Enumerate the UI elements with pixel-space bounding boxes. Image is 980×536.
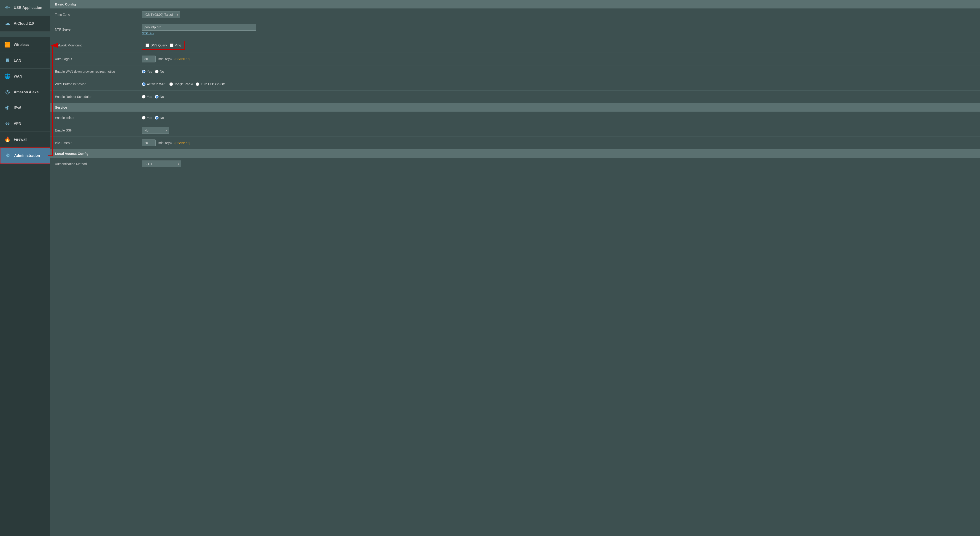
radio-wps-button-1[interactable] (169, 82, 173, 86)
checkbox-text-network-monitoring-0: DNS Query (151, 43, 167, 47)
checkbox-network-monitoring-0[interactable] (146, 43, 149, 47)
checkbox-text-network-monitoring-1: Ping (175, 43, 181, 47)
number-input-auto-logout[interactable] (142, 56, 156, 62)
config-label-auto-logout: Auto Logout (50, 54, 137, 63)
config-row-network-monitoring: Network MonitoringDNS QueryPing (50, 38, 980, 53)
radio-text-wps-button-2: Turn LED On/Off (200, 82, 224, 86)
sidebar-item-label-lan: LAN (14, 59, 21, 63)
config-label-wan-down-redirect: Enable WAN down browser redirect notice (50, 67, 137, 76)
config-value-wan-down-redirect: YesNo (137, 67, 980, 76)
section-header-local-access-config: Local Access Config (50, 149, 980, 158)
radio-wan-down-redirect-1[interactable] (155, 70, 159, 73)
radio-label-wps-button-0[interactable]: Activate WPS (142, 82, 167, 86)
sidebar-item-label-amazon-alexa: Amazon Alexa (14, 90, 39, 94)
suffix-idle-timeout: minute(s) (158, 141, 172, 145)
sidebar-item-ipv6[interactable]: ⑥ IPv6 (0, 100, 50, 116)
checkbox-label-network-monitoring-1[interactable]: Ping (170, 43, 181, 47)
config-value-authentication-method: BOTHUsername/PasswordCertificate (137, 158, 980, 170)
sidebar-item-label-firewall: Firewall (14, 138, 27, 141)
section-header-service: Service (50, 103, 980, 112)
radio-label-wps-button-2[interactable]: Turn LED On/Off (196, 82, 224, 86)
hint-idle-timeout: (Disable : 0) (174, 141, 190, 145)
select-wrapper-enable-ssh: NoYes (142, 127, 169, 134)
config-row-wan-down-redirect: Enable WAN down browser redirect noticeY… (50, 65, 980, 78)
radio-reboot-scheduler-0[interactable] (142, 95, 146, 98)
checkbox-label-network-monitoring-0[interactable]: DNS Query (146, 43, 167, 47)
radio-wps-button-0[interactable] (142, 82, 146, 86)
config-value-network-monitoring: DNS QueryPing (137, 38, 980, 52)
advanced-settings-header (0, 32, 50, 37)
radio-text-wan-down-redirect-0: Yes (147, 70, 152, 73)
radio-text-wps-button-1: Toggle Radio (174, 82, 193, 86)
administration-icon: ⚙ (4, 152, 11, 159)
config-row-reboot-scheduler: Enable Reboot SchedulerYesNo (50, 90, 980, 103)
sidebar-item-amazon-alexa[interactable]: ◎ Amazon Alexa (0, 84, 50, 100)
radio-label-reboot-scheduler-1[interactable]: No (155, 95, 164, 98)
sidebar-item-label-wan: WAN (14, 74, 22, 78)
radio-text-reboot-scheduler-1: No (160, 95, 164, 98)
number-input-idle-timeout[interactable] (142, 140, 156, 146)
config-label-network-monitoring: Network Monitoring (50, 41, 137, 50)
section-header-basic-config: Basic Config (50, 0, 980, 8)
sidebar-item-lan[interactable]: 🖥 LAN (0, 53, 50, 68)
sidebar-item-label-vpn: VPN (14, 122, 21, 126)
radio-label-enable-telnet-0[interactable]: Yes (142, 116, 152, 120)
config-row-authentication-method: Authentication MethodBOTHUsername/Passwo… (50, 158, 980, 170)
radio-text-wan-down-redirect-1: No (160, 70, 164, 73)
config-label-enable-telnet: Enable Telnet (50, 113, 137, 122)
sidebar-item-wan[interactable]: 🌐 WAN (0, 68, 50, 84)
sidebar-item-aicloud[interactable]: ☁ AiCloud 2.0 (0, 16, 50, 32)
sidebar-item-usb-application[interactable]: ✏ USB Application (0, 0, 50, 16)
select-authentication-method[interactable]: BOTHUsername/PasswordCertificate (142, 160, 181, 167)
vpn-icon: ⇔ (4, 120, 11, 127)
firewall-icon: 🔥 (4, 136, 11, 143)
config-row-time-zone: Time Zone(GMT+08:00) Taipei (50, 8, 980, 21)
aicloud-icon: ☁ (4, 20, 11, 27)
checkbox-group-network-monitoring: DNS QueryPing (142, 41, 185, 50)
ntp-server-input[interactable] (142, 24, 256, 31)
config-row-enable-ssh: Enable SSHNoYes (50, 124, 980, 137)
config-label-authentication-method: Authentication Method (50, 159, 137, 168)
radio-text-wps-button-0: Activate WPS (147, 82, 167, 86)
config-row-auto-logout: Auto Logoutminute(s)(Disable : 0) (50, 53, 980, 65)
radio-label-wan-down-redirect-0[interactable]: Yes (142, 70, 152, 73)
sidebar-item-firewall[interactable]: 🔥 Firewall (0, 132, 50, 147)
sidebar-item-label-administration: Administration (14, 154, 40, 158)
ntp-field-group: NTP Link (142, 24, 256, 35)
radio-label-enable-telnet-1[interactable]: No (155, 116, 164, 120)
radio-label-wan-down-redirect-1[interactable]: No (155, 70, 164, 73)
config-row-wps-button: WPS Button behaviorActivate WPSToggle Ra… (50, 78, 980, 90)
main-content: Basic ConfigTime Zone(GMT+08:00) TaipeiN… (50, 0, 980, 536)
select-time-zone[interactable]: (GMT+08:00) Taipei (142, 11, 180, 18)
sidebar: ✏ USB Application ☁ AiCloud 2.0 📶 Wirele… (0, 0, 50, 536)
radio-wps-button-2[interactable] (196, 82, 199, 86)
config-value-time-zone: (GMT+08:00) Taipei (137, 8, 980, 21)
radio-enable-telnet-0[interactable] (142, 116, 146, 120)
sidebar-item-wireless[interactable]: 📶 Wireless (0, 37, 50, 53)
sidebar-item-vpn[interactable]: ⇔ VPN (0, 116, 50, 132)
sidebar-item-administration[interactable]: ⚙ Administration (0, 147, 50, 164)
select-enable-ssh[interactable]: NoYes (142, 127, 169, 134)
wireless-icon: 📶 (4, 41, 11, 49)
amazon-alexa-icon: ◎ (4, 89, 11, 96)
radio-reboot-scheduler-1[interactable] (155, 95, 159, 98)
hint-auto-logout: (Disable : 0) (174, 57, 190, 61)
config-value-ntp-server: NTP Link (137, 21, 980, 38)
radio-enable-telnet-1[interactable] (155, 116, 159, 120)
radio-text-enable-telnet-1: No (160, 116, 164, 120)
radio-text-enable-telnet-0: Yes (147, 116, 152, 120)
radio-text-reboot-scheduler-0: Yes (147, 95, 152, 98)
sidebar-item-label-aicloud: AiCloud 2.0 (14, 22, 34, 25)
config-row-enable-telnet: Enable TelnetYesNo (50, 112, 980, 124)
radio-label-reboot-scheduler-0[interactable]: Yes (142, 95, 152, 98)
ntp-link[interactable]: NTP Link (142, 32, 256, 35)
radio-label-wps-button-1[interactable]: Toggle Radio (169, 82, 193, 86)
config-label-idle-timeout: Idle Timeout (50, 138, 137, 147)
suffix-auto-logout: minute(s) (158, 57, 172, 61)
sidebar-item-label-ipv6: IPv6 (14, 106, 21, 110)
select-wrapper-authentication-method: BOTHUsername/PasswordCertificate (142, 160, 181, 167)
radio-wan-down-redirect-0[interactable] (142, 70, 146, 73)
config-label-enable-ssh: Enable SSH (50, 126, 137, 135)
config-value-reboot-scheduler: YesNo (137, 92, 980, 101)
checkbox-network-monitoring-1[interactable] (170, 43, 173, 47)
